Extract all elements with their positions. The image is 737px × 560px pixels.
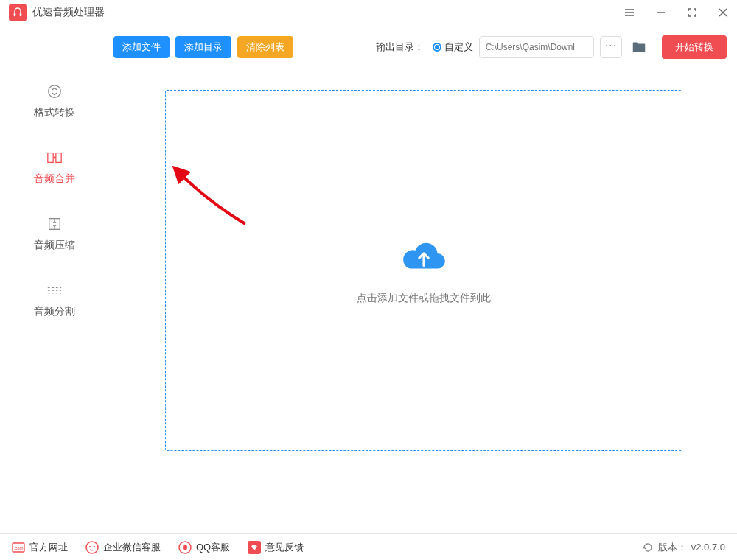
sidebar-item-merge[interactable]: 音频合并 (0, 149, 109, 186)
website-icon: .com (12, 541, 25, 554)
sidebar: 格式转换 音频合并 音频压缩 音频分割 (0, 25, 109, 533)
footer-qq[interactable]: QQ客服 (178, 541, 230, 554)
svg-rect-4 (56, 153, 61, 163)
footer-website[interactable]: .com 官方网址 (12, 541, 68, 554)
svg-rect-0 (14, 13, 16, 17)
footer-wechat-label: 企业微信客服 (103, 541, 161, 554)
svg-text:.com: .com (13, 546, 23, 550)
custom-label: 自定义 (444, 41, 473, 54)
audio-merge-icon (0, 149, 109, 167)
refresh-icon[interactable] (642, 542, 654, 553)
content-panel: 添加文件 添加目录 清除列表 输出目录： 自定义 C:\Users\Qasim\… (109, 25, 737, 533)
footer-wechat[interactable]: 企业微信客服 (85, 541, 161, 554)
output-dir-label: 输出目录： (376, 41, 424, 54)
main-area: 格式转换 音频合并 音频压缩 音频分割 添加文件 添加目录 清除列表 输出目录：… (0, 25, 737, 533)
output-path-field[interactable]: C:\Users\Qasim\Downl (479, 36, 594, 58)
start-convert-button[interactable]: 开始转换 (662, 35, 727, 59)
menu-icon[interactable] (624, 7, 635, 18)
annotation-arrow-icon (172, 165, 253, 231)
open-folder-icon[interactable] (628, 36, 650, 58)
format-convert-icon (0, 83, 109, 100)
sidebar-item-split[interactable]: 音频分割 (0, 281, 109, 318)
svg-point-10 (94, 546, 95, 547)
radio-icon (433, 43, 441, 52)
upload-cloud-icon (399, 237, 448, 276)
minimize-icon[interactable] (656, 7, 666, 18)
footer-feedback[interactable]: 意见反馈 (248, 541, 304, 554)
browse-button[interactable]: ··· (600, 36, 622, 58)
custom-output-radio[interactable]: 自定义 (433, 41, 473, 54)
wechat-icon (85, 541, 99, 554)
sidebar-item-compress[interactable]: 音频压缩 (0, 215, 109, 252)
sidebar-item-format[interactable]: 格式转换 (0, 83, 109, 119)
add-dir-button[interactable]: 添加目录 (175, 36, 231, 58)
audio-compress-icon (0, 215, 109, 233)
clear-list-button[interactable]: 清除列表 (237, 36, 293, 58)
version-value: v2.0.7.0 (691, 542, 725, 553)
app-title: 优速音频处理器 (32, 6, 105, 19)
svg-rect-1 (20, 13, 22, 17)
title-bar: 优速音频处理器 (0, 0, 737, 25)
svg-point-8 (86, 542, 98, 553)
footer-version: 版本： v2.0.7.0 (642, 541, 725, 554)
maximize-icon[interactable] (687, 7, 697, 18)
version-label: 版本： (658, 541, 687, 554)
svg-point-2 (49, 85, 61, 98)
footer-qq-label: QQ客服 (196, 541, 230, 554)
drop-zone-text: 点击添加文件或拖拽文件到此 (357, 292, 491, 305)
close-icon[interactable] (718, 7, 728, 18)
audio-split-icon (0, 281, 109, 299)
svg-point-12 (183, 545, 187, 550)
qq-icon (178, 541, 192, 554)
footer-feedback-label: 意见反馈 (265, 541, 304, 554)
svg-rect-3 (48, 153, 53, 163)
svg-point-9 (89, 546, 91, 547)
drop-zone[interactable]: 点击添加文件或拖拽文件到此 (165, 90, 682, 451)
footer-website-label: 官方网址 (29, 541, 68, 554)
toolbar: 添加文件 添加目录 清除列表 输出目录： 自定义 C:\Users\Qasim\… (113, 35, 727, 59)
feedback-icon (248, 541, 261, 554)
add-file-button[interactable]: 添加文件 (113, 36, 170, 58)
footer-bar: .com 官方网址 企业微信客服 QQ客服 意见反馈 版本： v2.0.7.0 (0, 533, 737, 560)
app-logo-icon (9, 4, 27, 21)
